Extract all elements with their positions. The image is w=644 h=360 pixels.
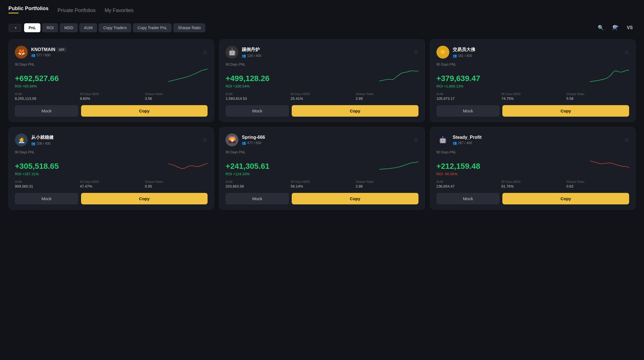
filter-btn-copy-trader-pnl[interactable]: Copy Trader PnL bbox=[133, 23, 172, 32]
filter-button[interactable]: ⚗️ bbox=[610, 23, 621, 33]
filter-btn-sharpe-ratio[interactable]: Sharpe Ratio bbox=[173, 23, 205, 32]
aum-stat: AUM 8,255,113.09 bbox=[15, 92, 78, 101]
aum-value: 909,560.31 bbox=[15, 184, 78, 188]
vs-button[interactable]: VS bbox=[624, 24, 636, 32]
aum-value: 1,560,814.53 bbox=[226, 96, 288, 101]
sparkline-chart bbox=[379, 155, 418, 171]
mdd-value: 59.14% bbox=[291, 184, 353, 188]
copy-button[interactable]: Copy bbox=[81, 193, 208, 204]
copy-button[interactable]: Copy bbox=[292, 193, 418, 204]
roi-value: ROI +1,869.13% bbox=[436, 84, 629, 88]
aum-stat: AUM 909,560.31 bbox=[15, 180, 78, 188]
days-dropdown[interactable]: ▼ bbox=[8, 24, 21, 32]
action-buttons: Mock Copy bbox=[436, 193, 629, 204]
filter-btn-mdd[interactable]: MDD bbox=[60, 23, 78, 32]
mock-button[interactable]: Mock bbox=[15, 193, 78, 204]
sharpe-value: 2.86 bbox=[356, 184, 418, 188]
sharpe-value: 3.56 bbox=[145, 96, 208, 101]
card-header-left: 🤖 踢倒丹炉 👥 126 / 400 bbox=[226, 46, 261, 59]
card-header: ☀️ 交易员大佛 👥 181 / 400 ☆ bbox=[436, 46, 629, 59]
roi-value: ROI +124.33% bbox=[226, 172, 418, 176]
trader-info: Spring-666 👥 477 / 500 bbox=[242, 135, 265, 145]
mock-button[interactable]: Mock bbox=[226, 193, 289, 204]
chart-pnl-row: +692,527.66 bbox=[15, 68, 208, 83]
people-icon: 👥 bbox=[242, 54, 246, 58]
copy-button[interactable]: Copy bbox=[292, 105, 418, 117]
avatar: 🌄 bbox=[226, 133, 238, 146]
sparkline-chart bbox=[168, 155, 208, 171]
api-badge: API bbox=[57, 47, 66, 52]
mdd-stat: 90 Days MDD 59.14% bbox=[291, 180, 353, 188]
aum-value: 8,255,113.09 bbox=[15, 96, 78, 101]
card-header: 🤖 踢倒丹炉 👥 126 / 400 ☆ bbox=[226, 46, 418, 59]
mdd-stat: 90 Days MDD 25.41% bbox=[291, 92, 353, 101]
pnl-label: 90 Days PNL bbox=[436, 63, 629, 66]
favorite-button[interactable]: ☆ bbox=[624, 49, 629, 56]
copy-button[interactable]: Copy bbox=[502, 105, 629, 117]
favorite-button[interactable]: ☆ bbox=[413, 137, 418, 143]
mdd-stat: 90 Days MDD 47.47% bbox=[80, 180, 143, 188]
card-header-left: 🧑‍💼 从小就稳健 👥 208 / 400 bbox=[15, 133, 54, 146]
mock-button[interactable]: Mock bbox=[436, 193, 500, 204]
sharpe-value: 2.89 bbox=[356, 96, 418, 101]
avatar: ☀️ bbox=[436, 46, 449, 59]
filter-btn-roi[interactable]: ROI bbox=[42, 23, 58, 32]
filter-btn-pnl[interactable]: PnL bbox=[24, 23, 40, 32]
sharpe-stat: Sharpe Ratio 0.55 bbox=[145, 180, 208, 188]
search-button[interactable]: 🔍 bbox=[595, 23, 607, 33]
nav-tab-private-portfolios[interactable]: Private Portfolios bbox=[58, 8, 96, 15]
sharpe-value: 0.62 bbox=[566, 184, 629, 188]
aum-label: AUM bbox=[15, 92, 78, 96]
favorite-button[interactable]: ☆ bbox=[203, 49, 208, 56]
sparkline-chart bbox=[590, 155, 629, 171]
pnl-value: +692,527.66 bbox=[15, 74, 59, 83]
people-icon: 👥 bbox=[453, 54, 457, 58]
trader-followers: 👥 126 / 400 bbox=[242, 54, 261, 58]
mdd-value: 81.76% bbox=[501, 184, 564, 188]
filter-btn-aum[interactable]: AUM bbox=[79, 23, 97, 32]
stats-row: AUM 203,663.58 90 Days MDD 59.14% Sharpe… bbox=[226, 180, 418, 188]
mock-button[interactable]: Mock bbox=[15, 105, 78, 117]
mock-button[interactable]: Mock bbox=[226, 105, 289, 117]
nav-tab-public-portfolios[interactable]: Public Portfolios bbox=[8, 6, 49, 15]
sharpe-label: Sharpe Ratio bbox=[356, 180, 418, 183]
aum-value: 203,663.58 bbox=[226, 184, 288, 188]
trader-info: 踢倒丹炉 👥 126 / 400 bbox=[242, 47, 261, 58]
trader-info: 交易员大佛 👥 181 / 400 bbox=[453, 47, 475, 58]
mdd-stat: 90 Days MDD 74.75% bbox=[501, 92, 564, 101]
mdd-label: 90 Days MDD bbox=[291, 92, 353, 96]
avatar: 🤖 bbox=[226, 46, 238, 59]
pnl-label: 90 Days PNL bbox=[436, 150, 629, 154]
aum-value: 105,973.17 bbox=[436, 96, 499, 101]
sharpe-value: 0.55 bbox=[145, 184, 208, 188]
people-icon: 👥 bbox=[242, 141, 246, 145]
portfolio-card-3: ☀️ 交易员大佛 👥 181 / 400 ☆ 90 Days PNL +379,… bbox=[430, 39, 636, 122]
card-header: 🌄 Spring-666 👥 477 / 500 ☆ bbox=[226, 133, 418, 146]
trader-followers: 👥 208 / 400 bbox=[31, 142, 54, 146]
favorite-button[interactable]: ☆ bbox=[624, 137, 629, 143]
filter-bar: ▼ PnLROIMDDAUMCopy TradersCopy Trader Pn… bbox=[8, 23, 636, 33]
chart-pnl-row: +499,128.26 bbox=[226, 68, 418, 83]
sharpe-value: 5.58 bbox=[566, 96, 629, 101]
copy-button[interactable]: Copy bbox=[502, 193, 629, 204]
action-buttons: Mock Copy bbox=[226, 105, 418, 117]
trader-followers: 👥 477 / 500 bbox=[242, 141, 265, 145]
stats-row: AUM 909,560.31 90 Days MDD 47.47% Sharpe… bbox=[15, 180, 208, 188]
sharpe-label: Sharpe Ratio bbox=[145, 92, 208, 96]
avatar: 🦊 bbox=[15, 46, 28, 59]
action-buttons: Mock Copy bbox=[15, 105, 208, 117]
sparkline-chart bbox=[590, 68, 629, 83]
aum-label: AUM bbox=[436, 180, 499, 183]
sparkline-chart bbox=[379, 68, 418, 83]
favorite-button[interactable]: ☆ bbox=[203, 137, 208, 143]
pnl-value: +305,518.65 bbox=[15, 162, 59, 171]
portfolio-card-6: 🤖 Steady_Profit 👥 287 / 400 ☆ 90 Days PN… bbox=[430, 127, 636, 210]
card-header-left: 🤖 Steady_Profit 👥 287 / 400 bbox=[436, 133, 482, 146]
aum-label: AUM bbox=[15, 180, 78, 183]
card-header: 🧑‍💼 从小就稳健 👥 208 / 400 ☆ bbox=[15, 133, 208, 146]
mock-button[interactable]: Mock bbox=[436, 105, 500, 117]
favorite-button[interactable]: ☆ bbox=[413, 49, 418, 56]
nav-tab-my-favorites[interactable]: My Favorites bbox=[105, 8, 134, 15]
filter-btn-copy-traders[interactable]: Copy Traders bbox=[99, 23, 131, 32]
copy-button[interactable]: Copy bbox=[81, 105, 208, 117]
